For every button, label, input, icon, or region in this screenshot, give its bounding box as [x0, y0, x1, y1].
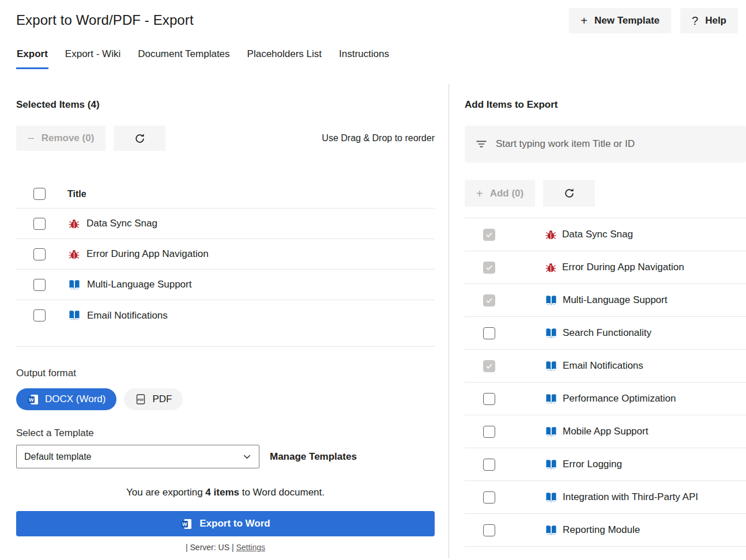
pdf-icon: PDF: [135, 393, 146, 405]
selected-items-list: Data Sync Snag: [16, 209, 435, 331]
selected-items-table: Title: [16, 180, 435, 347]
available-item-row: Multi-Language Support: [465, 284, 746, 317]
selected-items-panel: Selected Items (4) − Remove (0) Use Drag…: [0, 84, 449, 558]
item-checkbox[interactable]: [483, 459, 495, 471]
minus-icon: −: [28, 133, 35, 144]
available-items-list: Data Sync Snag: [465, 218, 746, 547]
add-button[interactable]: + Add (0): [465, 180, 535, 207]
available-item-row: Search Functionality: [465, 317, 746, 350]
item-checkbox[interactable]: [483, 229, 495, 241]
bug-icon: [69, 249, 80, 260]
add-items-heading: Add Items to Export: [465, 99, 746, 111]
item-title: Search Functionality: [563, 327, 651, 339]
template-label: Select a Template: [16, 427, 435, 439]
available-item-row: Error Logging: [465, 448, 746, 481]
selected-items-toolbar: − Remove (0) Use Drag & Drop to reorder: [16, 126, 435, 151]
help-button[interactable]: ? Help: [680, 8, 738, 33]
plus-icon: +: [581, 15, 587, 27]
settings-link[interactable]: Settings: [236, 543, 265, 552]
item-checkbox[interactable]: [33, 248, 46, 260]
filter-icon: [475, 138, 488, 150]
selected-item-row: Error During App Navigation: [16, 239, 435, 270]
item-checkbox[interactable]: [483, 262, 495, 274]
book-icon: [545, 492, 557, 503]
bug-icon: [545, 262, 556, 273]
available-item-row: Email Notifications: [465, 350, 746, 383]
word-icon: W: [180, 518, 193, 530]
format-docx-label: DOCX (Word): [45, 393, 106, 405]
item-checkbox[interactable]: [483, 327, 495, 339]
question-icon: ?: [692, 15, 698, 27]
item-title: Data Sync Snag: [86, 218, 157, 229]
book-icon: [545, 295, 557, 306]
export-to-word-button[interactable]: W Export to Word: [16, 511, 435, 536]
item-checkbox[interactable]: [483, 393, 495, 405]
export-button-label: Export to Word: [199, 518, 270, 529]
manage-templates-link[interactable]: Manage Templates: [270, 451, 357, 463]
main-content: Selected Items (4) − Remove (0) Use Drag…: [0, 84, 746, 558]
remove-label: Remove (0): [42, 133, 95, 144]
server-label: | Server: US |: [186, 543, 236, 552]
vertical-divider: [449, 84, 449, 558]
item-checkbox[interactable]: [483, 426, 495, 438]
book-icon: [545, 525, 557, 536]
item-checkbox[interactable]: [483, 524, 495, 536]
tab[interactable]: Export: [16, 48, 48, 69]
template-selected-value: Default template: [24, 452, 92, 462]
format-docx-button[interactable]: W DOCX (Word): [16, 388, 116, 410]
available-item-row: Integration with Third-Party API: [465, 481, 746, 514]
available-item-row: Mobile App Support: [465, 415, 746, 448]
header-actions: + New Template ? Help: [569, 8, 738, 33]
page-title: Export to Word/PDF - Export: [16, 8, 194, 28]
tab[interactable]: Instructions: [338, 48, 390, 69]
search-input[interactable]: [496, 138, 736, 150]
help-label: Help: [705, 15, 726, 27]
refresh-icon: [134, 133, 145, 144]
item-checkbox[interactable]: [483, 491, 495, 504]
available-item-row: Reporting Module: [465, 514, 746, 547]
selected-items-heading: Selected Items (4): [16, 99, 435, 111]
template-row: Default template Manage Templates: [16, 445, 435, 468]
item-title: Performance Optimization: [563, 393, 676, 404]
work-item-search[interactable]: [465, 126, 746, 162]
svg-text:W: W: [29, 397, 34, 403]
item-checkbox[interactable]: [483, 360, 495, 372]
output-format-label: Output format: [16, 368, 435, 379]
format-pdf-button[interactable]: PDF PDF: [124, 388, 183, 410]
item-title: Reporting Module: [563, 524, 640, 536]
new-template-label: New Template: [594, 15, 660, 27]
tab[interactable]: Document Templates: [137, 48, 230, 69]
item-checkbox[interactable]: [33, 309, 46, 321]
book-icon: [545, 361, 557, 372]
refresh-available-button[interactable]: [543, 180, 595, 207]
item-title: Email Notifications: [87, 310, 168, 321]
available-item-row: Error During App Navigation: [465, 251, 746, 284]
item-title: Multi-Language Support: [87, 279, 191, 290]
format-pdf-label: PDF: [152, 393, 172, 405]
item-checkbox[interactable]: [33, 218, 46, 230]
select-all-checkbox[interactable]: [33, 188, 46, 200]
refresh-selected-button[interactable]: [114, 126, 165, 151]
book-icon: [545, 328, 557, 339]
bug-icon: [69, 218, 80, 229]
svg-text:PDF: PDF: [138, 398, 145, 402]
svg-text:W: W: [182, 521, 187, 527]
summary-suffix: to Word document.: [239, 487, 325, 498]
item-checkbox[interactable]: [483, 294, 495, 307]
remove-button[interactable]: − Remove (0): [16, 126, 106, 151]
book-icon: [545, 459, 557, 470]
selected-item-row: Email Notifications: [16, 300, 435, 331]
book-icon: [545, 393, 557, 404]
tab[interactable]: Placeholders List: [247, 48, 322, 69]
summary-prefix: You are exporting: [126, 487, 205, 498]
new-template-button[interactable]: + New Template: [569, 8, 671, 33]
book-icon: [69, 279, 80, 290]
add-label: Add (0): [490, 188, 524, 199]
server-footer: | Server: US | Settings: [16, 543, 435, 552]
template-dropdown[interactable]: Default template: [16, 445, 259, 468]
item-title: Error Logging: [563, 459, 622, 470]
item-checkbox[interactable]: [33, 279, 46, 291]
add-items-toolbar: + Add (0): [465, 180, 746, 207]
book-icon: [545, 426, 557, 437]
tab[interactable]: Export - Wiki: [65, 48, 121, 69]
